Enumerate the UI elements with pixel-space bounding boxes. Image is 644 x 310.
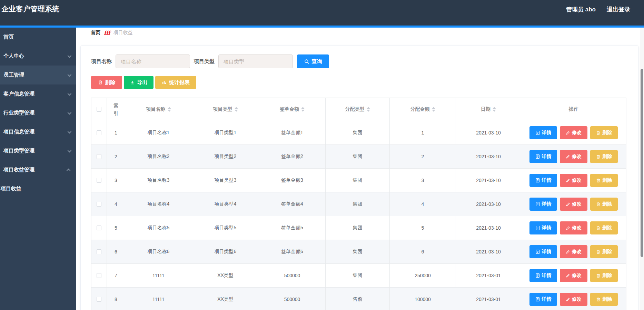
sort-icon[interactable]: [168, 107, 171, 112]
column-header[interactable]: 分配金额: [390, 98, 456, 121]
select-all-checkbox[interactable]: [97, 107, 101, 112]
breadcrumb-separator-icon: fff: [104, 30, 110, 36]
row-delete-button[interactable]: 删除: [590, 198, 618, 211]
row-edit-button[interactable]: 修改: [560, 198, 587, 211]
sidebar-item-首页[interactable]: 首页: [0, 28, 76, 47]
row-delete-label: 删除: [602, 225, 612, 231]
pencil-icon: [566, 131, 570, 135]
cell-index: 7: [107, 264, 125, 288]
row-detail-button[interactable]: 详情: [529, 174, 557, 187]
row-checkbox[interactable]: [97, 249, 101, 254]
row-detail-button[interactable]: 详情: [529, 245, 557, 258]
sort-icon[interactable]: [367, 107, 370, 112]
cell-project-type: 项目类型6: [192, 240, 259, 264]
row-detail-button[interactable]: 详情: [529, 198, 557, 211]
sort-icon[interactable]: [235, 107, 238, 112]
column-header[interactable]: 操作: [521, 98, 626, 121]
row-delete-button[interactable]: 删除: [590, 150, 618, 163]
row-edit-label: 修改: [572, 177, 582, 183]
sidebar-item-项目信息管理[interactable]: 项目信息管理: [0, 122, 76, 141]
cell-date: 2021-03-01: [456, 264, 521, 288]
cell-alloc-type: 集团: [326, 264, 390, 288]
cell-operations: 详情 修改 删除: [521, 145, 626, 169]
row-detail-button[interactable]: 详情: [529, 126, 557, 139]
row-edit-button[interactable]: 修改: [560, 150, 587, 163]
pencil-icon: [566, 154, 570, 159]
cell-operations: 详情 修改 删除: [521, 169, 626, 192]
trash-icon: [596, 226, 601, 230]
sort-icon[interactable]: [493, 107, 496, 112]
row-checkbox[interactable]: [97, 226, 101, 230]
sort-icon[interactable]: [432, 107, 435, 112]
row-detail-button[interactable]: 详情: [529, 221, 557, 234]
cell-index: 1: [107, 121, 125, 145]
row-delete-button[interactable]: 删除: [590, 221, 618, 234]
row-edit-button[interactable]: 修改: [560, 126, 587, 139]
table-header-row: 索引 项目名称 项目类型 签单金额 分配类型 分配金额 日期 操作: [91, 98, 626, 121]
logout-link[interactable]: 退出登录: [607, 6, 630, 13]
query-button[interactable]: 查询: [297, 54, 329, 68]
cell-index: 2: [107, 145, 125, 169]
export-button[interactable]: 导出: [124, 76, 153, 89]
row-delete-button[interactable]: 删除: [590, 245, 618, 258]
row-delete-label: 删除: [602, 177, 612, 183]
row-delete-button[interactable]: 删除: [590, 174, 618, 187]
row-delete-button[interactable]: 删除: [590, 293, 618, 306]
sidebar-item-行业类型管理[interactable]: 行业类型管理: [0, 103, 76, 122]
row-checkbox[interactable]: [97, 154, 101, 159]
cell-index: 5: [107, 216, 125, 240]
column-header[interactable]: 日期: [456, 98, 521, 121]
row-checkbox[interactable]: [97, 130, 101, 135]
cell-operations: 详情 修改 删除: [521, 216, 626, 240]
row-edit-button[interactable]: 修改: [560, 293, 587, 306]
column-header[interactable]: 索引: [107, 98, 125, 121]
row-detail-button[interactable]: 详情: [529, 293, 557, 306]
bulk-delete-label: 删除: [105, 79, 116, 86]
row-delete-button[interactable]: 删除: [590, 126, 618, 139]
row-detail-label: 详情: [542, 130, 552, 136]
row-delete-button[interactable]: 删除: [590, 269, 618, 282]
scrollbar-thumb[interactable]: [641, 69, 643, 257]
sidebar-item-项目收益管理[interactable]: 项目收益管理: [0, 160, 76, 179]
cell-operations: 详情 修改 删除: [521, 121, 626, 145]
project-name-input[interactable]: [116, 54, 190, 68]
project-type-input[interactable]: [218, 54, 293, 68]
row-detail-button[interactable]: 详情: [529, 269, 557, 282]
row-select-cell: [91, 192, 107, 216]
row-edit-button[interactable]: 修改: [560, 245, 587, 258]
sidebar-item-个人中心[interactable]: 个人中心: [0, 47, 76, 66]
cell-alloc-amount: 100000: [390, 288, 456, 310]
column-header-label: 签单金额: [280, 106, 299, 112]
vertical-scrollbar[interactable]: [640, 28, 644, 310]
row-edit-button[interactable]: 修改: [560, 174, 587, 187]
row-delete-label: 删除: [602, 296, 612, 302]
row-checkbox[interactable]: [97, 297, 101, 302]
report-button[interactable]: 统计报表: [155, 76, 196, 89]
sort-icon[interactable]: [301, 107, 305, 112]
column-header[interactable]: 签单金额: [259, 98, 326, 121]
sidebar-item-项目收益[interactable]: 项目收益: [0, 179, 76, 198]
cell-index: 8: [107, 288, 125, 310]
column-header[interactable]: 项目名称: [125, 98, 192, 121]
table-row: 3 项目名称3 项目类型3 签单金额3 集团 3 2021-03-10 详情 修…: [91, 169, 626, 192]
row-edit-button[interactable]: 修改: [560, 221, 587, 234]
column-header[interactable]: 分配类型: [326, 98, 390, 121]
sidebar-item-客户信息管理[interactable]: 客户信息管理: [0, 84, 76, 103]
row-edit-button[interactable]: 修改: [560, 269, 587, 282]
sidebar-menu: 首页 个人中心 员工管理 客户信息管理 行业类型管理 项目信息管理 项目类型管理…: [0, 28, 76, 310]
row-checkbox[interactable]: [97, 178, 101, 183]
row-edit-label: 修改: [572, 296, 582, 302]
column-header[interactable]: 项目类型: [192, 98, 259, 121]
cell-index: 6: [107, 240, 125, 264]
sidebar-item-项目类型管理[interactable]: 项目类型管理: [0, 141, 76, 160]
row-checkbox[interactable]: [97, 202, 101, 207]
breadcrumb-home[interactable]: 首页: [91, 30, 100, 36]
bulk-delete-button[interactable]: 删除: [91, 76, 122, 89]
row-detail-button[interactable]: 详情: [529, 150, 557, 163]
row-checkbox[interactable]: [97, 273, 101, 278]
sidebar-item-员工管理[interactable]: 员工管理: [0, 66, 76, 84]
cell-alloc-type: 集团: [326, 169, 390, 192]
chevron-icon: [67, 168, 70, 172]
cell-date: 2021-03-10: [456, 216, 521, 240]
current-user[interactable]: 管理员 abo: [566, 6, 596, 13]
